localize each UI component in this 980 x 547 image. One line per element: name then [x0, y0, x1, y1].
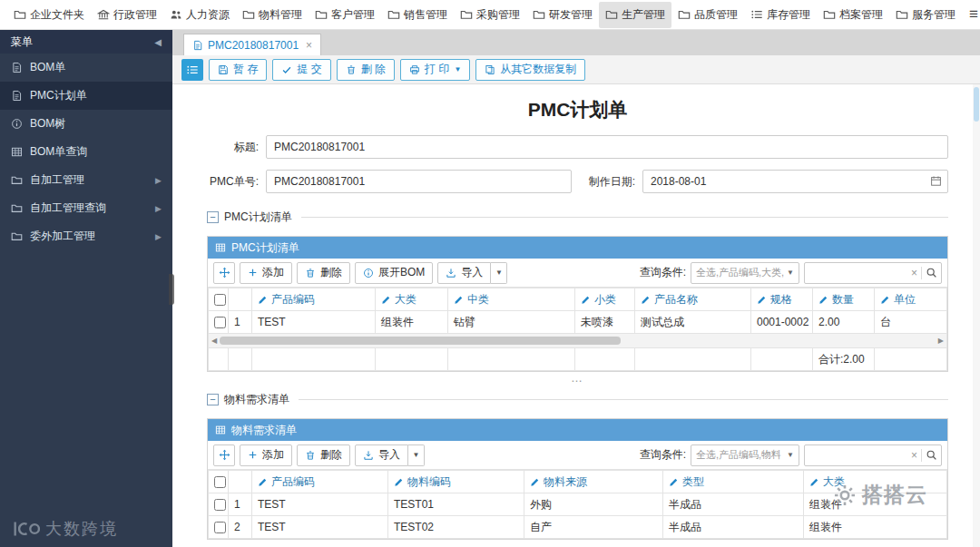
column-header[interactable]: 产品编码 — [252, 288, 376, 311]
import-dropdown-button[interactable]: ▼ — [491, 262, 507, 284]
list-view-button[interactable] — [181, 59, 203, 81]
table-row[interactable]: 2 TEST TEST02 自产 半成品 组装件 — [209, 516, 947, 539]
column-header[interactable]: 中类 — [448, 288, 575, 311]
submit-button[interactable]: 提 交 — [272, 59, 330, 81]
cell-major-class[interactable]: 组装件 — [376, 311, 448, 334]
cell-spec[interactable]: 0001-0002 — [751, 311, 813, 334]
nav-item-hr[interactable]: 人力资源 — [163, 2, 236, 28]
search-input[interactable] — [808, 449, 907, 462]
sidebar-item-bom-tree[interactable]: BOM树 — [0, 110, 172, 138]
title-input[interactable] — [266, 135, 948, 159]
row-checkbox[interactable] — [214, 499, 226, 511]
column-header[interactable]: 产品编码 — [252, 471, 388, 493]
cell-major-class[interactable]: 组装件 — [804, 516, 947, 539]
panel-resize-dots[interactable]: … — [207, 374, 948, 385]
delete-row-button[interactable]: 删除 — [297, 444, 350, 466]
add-row-button[interactable]: 添加 — [240, 444, 292, 466]
table-row[interactable]: 1 TEST 组装件 钻臂 未喷漆 测试总成 0001-0002 2.00 台 — [209, 311, 947, 334]
cell-product-code[interactable]: TEST — [252, 493, 388, 516]
import-button[interactable]: 导入 — [437, 262, 491, 284]
nav-item-admin[interactable]: 行政管理 — [91, 2, 163, 28]
select-all-checkbox[interactable] — [214, 476, 226, 488]
nav-item-archives[interactable]: 档案管理 — [817, 2, 889, 28]
cell-major-class[interactable]: 组装件 — [804, 493, 947, 516]
sidebar-item-outsourcing[interactable]: 委外加工管理▶ — [0, 222, 172, 250]
scrollbar-thumb[interactable] — [974, 87, 979, 122]
expand-grid-button[interactable] — [213, 262, 235, 284]
cell-product-code[interactable]: TEST — [252, 311, 376, 334]
search-input[interactable] — [808, 267, 907, 279]
scrollbar-track[interactable] — [220, 337, 936, 345]
nav-item-purchase[interactable]: 采购管理 — [454, 2, 526, 28]
tab-pmc-document[interactable]: PMC20180817001 × — [183, 34, 321, 55]
delete-row-button[interactable]: 删除 — [297, 262, 350, 284]
column-header[interactable]: 数量 — [813, 288, 875, 311]
query-field-select[interactable]: 全选,产品编码,物料▼ — [691, 444, 799, 466]
sidebar-collapse-icon[interactable]: ◀ — [154, 37, 162, 47]
cell-minor-class[interactable]: 未喷漆 — [575, 311, 635, 334]
nav-item-customer[interactable]: 客户管理 — [309, 2, 381, 28]
pmc-number-input[interactable] — [266, 170, 572, 193]
column-header[interactable]: 大类 — [804, 471, 947, 493]
search-icon[interactable] — [926, 267, 937, 278]
scrollbar-thumb[interactable] — [220, 337, 621, 345]
nav-item-material[interactable]: 物料管理 — [236, 2, 309, 28]
select-all-checkbox[interactable] — [214, 294, 226, 306]
nav-item-quality[interactable]: 品质管理 — [671, 2, 744, 28]
column-header[interactable]: 类型 — [663, 471, 804, 493]
scroll-right-icon[interactable]: ▶ — [938, 337, 944, 345]
cell-material-source[interactable]: 自产 — [524, 516, 663, 539]
nav-item-enterprise-folder[interactable]: 企业文件夹 — [7, 2, 91, 28]
sidebar-resize-handle[interactable] — [169, 274, 174, 305]
clear-icon[interactable]: × — [911, 267, 917, 279]
scroll-left-icon[interactable]: ◀ — [211, 337, 217, 345]
nav-item-inventory[interactable]: 库存管理 — [744, 2, 817, 28]
column-header[interactable]: 大类 — [376, 288, 448, 311]
row-checkbox[interactable] — [214, 317, 226, 328]
cell-product-code[interactable]: TEST — [252, 516, 388, 539]
search-icon[interactable] — [926, 449, 937, 461]
print-button[interactable]: 打 印▼ — [400, 59, 470, 81]
sidebar-item-self-processing-query[interactable]: 自加工管理查询▶ — [0, 194, 172, 222]
collapse-minus-icon[interactable]: − — [207, 394, 219, 405]
cell-mid-class[interactable]: 钻臂 — [448, 311, 575, 334]
calendar-icon[interactable] — [930, 175, 942, 187]
cell-unit[interactable]: 台 — [875, 311, 947, 334]
make-date-input[interactable] — [642, 170, 948, 193]
clear-icon[interactable]: × — [911, 449, 917, 462]
hamburger-menu-icon[interactable]: ≡ — [962, 5, 980, 24]
table-row[interactable]: 1 TEST TEST01 外购 半成品 组装件 — [209, 493, 947, 516]
copy-from-other-button[interactable]: 从其它数据复制 — [475, 59, 585, 81]
nav-item-service[interactable]: 服务管理 — [889, 2, 962, 28]
tab-close-icon[interactable]: × — [306, 39, 312, 52]
sidebar-item-bom[interactable]: BOM单 — [0, 54, 172, 82]
cell-type[interactable]: 半成品 — [663, 516, 804, 539]
column-header[interactable]: 产品名称 — [635, 288, 751, 311]
cell-product-name[interactable]: 测试总成 — [635, 311, 751, 334]
column-header[interactable]: 物料来源 — [524, 471, 663, 493]
nav-item-sales[interactable]: 销售管理 — [381, 2, 454, 28]
save-draft-button[interactable]: 暂 存 — [209, 59, 267, 81]
cell-type[interactable]: 半成品 — [663, 493, 804, 516]
expand-grid-button[interactable] — [213, 444, 235, 466]
vertical-scrollbar[interactable] — [973, 84, 980, 547]
sidebar-item-pmc-plan[interactable]: PMC计划单 — [0, 82, 172, 110]
row-checkbox[interactable] — [214, 522, 226, 533]
add-row-button[interactable]: 添加 — [240, 262, 292, 284]
query-field-select[interactable]: 全选,产品编码,大类,▼ — [691, 262, 799, 284]
column-header[interactable]: 物料编码 — [388, 471, 524, 493]
cell-material-code[interactable]: TEST01 — [388, 493, 524, 516]
collapse-minus-icon[interactable]: − — [207, 211, 219, 223]
column-header[interactable]: 单位 — [875, 288, 947, 311]
cell-material-code[interactable]: TEST02 — [388, 516, 524, 539]
column-header[interactable]: 规格 — [751, 288, 813, 311]
cell-quantity[interactable]: 2.00 — [813, 311, 875, 334]
expand-bom-button[interactable]: 展开BOM — [355, 262, 433, 284]
cell-material-source[interactable]: 外购 — [524, 493, 663, 516]
import-dropdown-button[interactable]: ▼ — [408, 444, 425, 466]
nav-item-rnd[interactable]: 研发管理 — [526, 2, 599, 28]
import-button[interactable]: 导入 — [355, 444, 408, 466]
delete-button[interactable]: 删 除 — [337, 59, 395, 81]
sidebar-item-bom-query[interactable]: BOM单查询 — [0, 138, 172, 166]
nav-item-production[interactable]: 生产管理 — [599, 2, 671, 28]
